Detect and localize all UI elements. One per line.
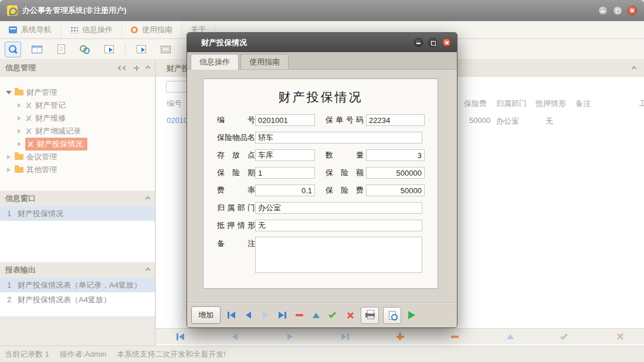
panel-title: 信息窗口: [5, 193, 36, 204]
confirm-button[interactable]: [558, 330, 571, 343]
dialog-first-record-button[interactable]: [225, 309, 238, 322]
tab-label: 信息操作: [199, 57, 230, 67]
tools-icon: [25, 102, 32, 109]
mortgage-field[interactable]: [255, 220, 422, 231]
table-cell[interactable]: 无: [545, 116, 553, 127]
next-record-button[interactable]: [284, 330, 297, 343]
preview-button[interactable]: [383, 307, 401, 324]
tree-item-meeting-mgmt[interactable]: 会议管理: [0, 151, 155, 163]
record-navigator: [156, 328, 644, 344]
dialog-tab-info-ops[interactable]: 信息操作: [191, 54, 239, 70]
expand-arrow-icon[interactable]: [16, 116, 22, 121]
tree-item-property-mgmt[interactable]: 财产管理: [0, 86, 155, 99]
toolbar-divider: [125, 43, 126, 56]
search-button[interactable]: [5, 42, 21, 57]
insurance-period-field[interactable]: [255, 167, 315, 179]
dialog-next-record-button[interactable]: [259, 309, 272, 322]
settings-button[interactable]: [77, 42, 93, 57]
list-item[interactable]: 1 财产投保情况表（单记录，A4竖放）: [0, 278, 155, 292]
minimize-icon[interactable]: [598, 6, 608, 15]
add-button[interactable]: 增加: [191, 306, 221, 324]
field-label: 存放点: [217, 150, 255, 160]
last-record-button[interactable]: [338, 330, 351, 343]
dialog-close-icon[interactable]: [442, 38, 451, 47]
dialog-titlebar[interactable]: 财产投保情况: [187, 33, 457, 52]
dialog-cancel-button[interactable]: [344, 309, 357, 322]
expand-arrow-icon[interactable]: [16, 142, 22, 146]
table-cell[interactable]: 办公室: [496, 116, 519, 127]
plus-icon[interactable]: [134, 66, 139, 71]
premium-field[interactable]: [366, 185, 425, 196]
tree-item-property-change[interactable]: 财产增减记录: [0, 125, 155, 138]
document-button[interactable]: [53, 42, 69, 57]
column-header[interactable]: 归属部门: [496, 98, 527, 109]
insured-item-field[interactable]: [255, 132, 422, 144]
dialog-last-record-button[interactable]: [276, 309, 289, 322]
collapse-up-icon[interactable]: [145, 196, 150, 201]
column-header[interactable]: 抵押情形: [535, 98, 566, 109]
maximize-icon[interactable]: [613, 6, 622, 15]
dialog-title: 财产投保情况: [201, 37, 247, 48]
dialog-move-up-button[interactable]: [310, 309, 323, 322]
id-field[interactable]: [255, 114, 315, 126]
move-up-button[interactable]: [504, 330, 517, 343]
first-record-button[interactable]: [174, 330, 187, 343]
department-field[interactable]: [255, 202, 422, 214]
field-label: 保险期: [217, 168, 255, 178]
dialog-delete-record-button[interactable]: [293, 309, 306, 322]
tab-info-ops[interactable]: 信息操作: [61, 21, 122, 38]
collapse-up-icon[interactable]: [145, 66, 150, 70]
remarks-field[interactable]: [255, 237, 422, 273]
tree-item-property-repair[interactable]: 财产维修: [0, 112, 155, 125]
export-button[interactable]: [101, 42, 117, 57]
column-header[interactable]: 备注: [575, 98, 591, 109]
table-icon: [32, 46, 42, 53]
expand-arrow-icon[interactable]: [6, 91, 12, 94]
insert-record-button[interactable]: [394, 330, 406, 343]
field-label: 保险额: [326, 168, 364, 178]
list-item-label: 财产投保情况表（单记录，A4竖放）: [18, 280, 141, 291]
expand-arrow-icon[interactable]: [16, 103, 22, 108]
table-button[interactable]: [29, 42, 45, 57]
gears-icon: [80, 45, 90, 54]
column-header[interactable]: 保险费: [464, 98, 487, 109]
dialog-confirm-button[interactable]: [327, 309, 340, 322]
tree-item-property-insurance[interactable]: 财产投保情况: [0, 138, 155, 151]
prev-record-button[interactable]: [229, 330, 242, 343]
storage-location-field[interactable]: [255, 149, 315, 161]
collapse-up-icon[interactable]: [145, 268, 150, 272]
rate-field[interactable]: [255, 185, 315, 196]
run-button[interactable]: [405, 309, 418, 322]
tab-guide[interactable]: 使用指南: [122, 21, 182, 38]
column-header[interactable]: 编号: [167, 98, 182, 109]
archive-button[interactable]: [157, 42, 174, 57]
panel-title: 信息管理: [5, 63, 36, 73]
list-item[interactable]: 2 财产投保情况表（A4竖放）: [0, 292, 155, 307]
insured-amount-field[interactable]: [366, 167, 425, 179]
cancel-button[interactable]: [614, 330, 626, 343]
policy-number-field[interactable]: [366, 114, 425, 126]
quantity-field[interactable]: [366, 149, 425, 161]
expand-arrow-icon[interactable]: [16, 129, 22, 134]
send-button[interactable]: [133, 42, 150, 57]
collapse-up-icon[interactable]: [632, 66, 636, 70]
collapse-left-icon[interactable]: [118, 66, 127, 70]
dialog-prev-record-button[interactable]: [242, 309, 255, 322]
tree-item-other-mgmt[interactable]: 其他管理: [0, 163, 155, 176]
close-icon[interactable]: [628, 6, 637, 15]
column-header[interactable]: 工: [639, 98, 644, 109]
list-item[interactable]: 1 财产投保情况: [0, 206, 155, 221]
archive-icon: [161, 46, 171, 53]
tab-system-nav[interactable]: 系统导航: [0, 21, 61, 38]
expand-arrow-icon[interactable]: [6, 168, 12, 172]
dialog-tab-guide[interactable]: 使用指南: [240, 54, 289, 69]
tools-icon: [27, 141, 34, 148]
table-cell[interactable]: 50000: [469, 116, 490, 125]
print-button[interactable]: [361, 307, 379, 324]
tree-item-property-register[interactable]: 财产登记: [0, 99, 155, 112]
tree-item-label: 会议管理: [26, 152, 57, 162]
dialog-maximize-icon[interactable]: [428, 38, 437, 47]
delete-record-button[interactable]: [449, 330, 462, 343]
expand-arrow-icon[interactable]: [6, 155, 12, 159]
dialog-minimize-icon[interactable]: [414, 38, 423, 47]
